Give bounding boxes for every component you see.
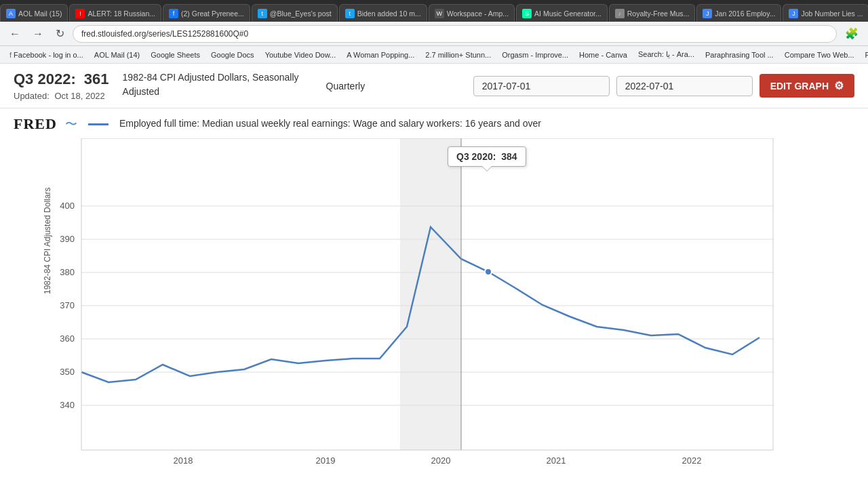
fred-logo-icon: 〜	[65, 116, 77, 132]
edit-graph-button[interactable]: EDIT GRAPH ⚙	[760, 74, 854, 98]
updated-info: Updated: Oct 18, 2022	[14, 91, 109, 101]
tab-blue-eyes[interactable]: t @Blue_Eyes's post	[252, 4, 338, 22]
latest-value-title: Q3 2022: 361	[14, 70, 109, 88]
tab-favicon-alert: !	[75, 9, 85, 18]
tab-biden[interactable]: t Biden added 10 m...	[339, 4, 427, 22]
extensions-button[interactable]: 🧩	[841, 26, 863, 41]
y-label-340: 340	[60, 400, 75, 410]
series-description: 1982-84 CPI Adjusted Dollars, Seasonally…	[123, 70, 299, 101]
bookmarks-bar: f Facebook - log in o... AOL Mail (14) G…	[0, 46, 868, 64]
y-axis-label: 1982-84 CPI Adjusted Dollars	[43, 188, 52, 294]
tab-favicon-j: J	[703, 9, 712, 18]
latest-value-label: Q3 2022:	[14, 70, 76, 87]
bookmark-millions[interactable]: 2.7 million+ Stunn...	[421, 49, 495, 60]
start-date-input[interactable]	[473, 76, 610, 96]
chart-svg-wrapper: Q3 2020: 384 340 350 360	[0, 138, 868, 477]
fred-logo: FRED	[14, 115, 57, 133]
tab-aol-mail[interactable]: A AOL Mail (15)	[0, 4, 68, 22]
tab-pyrenee[interactable]: f (2) Great Pyrenee...	[163, 4, 250, 22]
y-label-370: 370	[60, 300, 75, 310]
x-label-2022: 2022	[682, 455, 702, 466]
tab-favicon: A	[6, 9, 16, 18]
hover-dot	[485, 268, 492, 275]
tab-favicon-job: J	[789, 9, 798, 18]
back-button[interactable]: ←	[5, 26, 24, 41]
bookmark-canva[interactable]: Home - Canva	[575, 49, 631, 60]
updated-label: Updated:	[14, 91, 50, 101]
tab-favicon-music: ♪	[615, 9, 625, 18]
facebook-icon: f	[9, 51, 12, 59]
tab-workspace[interactable]: W Workspace - Amp...	[429, 4, 515, 22]
y-label-400: 400	[60, 201, 75, 211]
x-label-2019: 2019	[316, 455, 336, 466]
y-label-380: 380	[60, 267, 75, 277]
end-date-input[interactable]	[616, 76, 753, 96]
nav-bar: ← → ↻ 🧩	[0, 22, 868, 46]
tab-royalty[interactable]: ♪ Royalty-Free Mus...	[609, 4, 696, 22]
updated-date: Oct 18, 2022	[54, 91, 104, 101]
reload-button[interactable]: ↻	[52, 26, 68, 41]
series-line-color-swatch	[88, 123, 108, 125]
chart-svg: 340 350 360 370 380 390 400 1982-84 CPI …	[41, 138, 814, 477]
tab-alert[interactable]: ! ALERT: 18 Russian...	[69, 4, 161, 22]
y-label-360: 360	[60, 333, 75, 344]
tab-favicon-w: W	[435, 9, 444, 18]
y-label-350: 350	[60, 367, 75, 377]
info-bar: Q3 2022: 361 Updated: Oct 18, 2022 1982-…	[0, 64, 868, 108]
tab-favicon-twitter2: t	[345, 9, 355, 18]
bookmark-search[interactable]: Search: يا - Ara...	[634, 49, 698, 60]
bookmark-aol[interactable]: AOL Mail (14)	[90, 49, 144, 60]
bookmark-compare[interactable]: Compare Two Web...	[781, 49, 859, 60]
latest-value: 361	[84, 70, 109, 87]
x-label-2021: 2021	[547, 455, 566, 466]
edit-graph-label: EDIT GRAPH	[770, 81, 829, 92]
chart-container: FRED 〜 Employed full time: Median usual …	[0, 108, 868, 484]
chart-header: FRED 〜 Employed full time: Median usual …	[0, 115, 868, 138]
tab-favicon-twitter: t	[258, 9, 267, 18]
chart-title: Employed full time: Median usual weekly …	[119, 117, 854, 131]
date-inputs: EDIT GRAPH ⚙	[392, 70, 854, 101]
shaded-region	[400, 138, 461, 450]
tab-favicon-fb: f	[169, 9, 178, 18]
tab-ai-music[interactable]: S AI Music Generator...	[516, 4, 608, 22]
x-label-2018: 2018	[174, 455, 193, 466]
browser-chrome: A AOL Mail (15) ! ALERT: 18 Russian... f…	[0, 0, 868, 64]
tab-job[interactable]: J Job Number Lies ...	[783, 4, 868, 22]
series-frequency: Quarterly	[313, 70, 379, 101]
tab-jan2016[interactable]: J Jan 2016 Employ...	[696, 4, 781, 22]
bookmark-gdocs[interactable]: Google Docs	[207, 49, 258, 60]
forward-button[interactable]: →	[28, 26, 47, 41]
bookmark-paraphrase[interactable]: Paraphrasing Tool ...	[701, 49, 778, 60]
bookmark-orgasm[interactable]: Orgasm - Improve...	[498, 49, 572, 60]
bookmark-youtube[interactable]: Youtube Video Dow...	[261, 49, 340, 60]
tab-favicon-ai: S	[522, 9, 532, 18]
bookmark-facebook[interactable]: f Facebook - log in o...	[5, 49, 87, 60]
bookmark-tts[interactable]: Free Text-To-Spee...	[861, 49, 868, 60]
y-label-390: 390	[60, 234, 75, 244]
tab-bar: A AOL Mail (15) ! ALERT: 18 Russian... f…	[0, 0, 868, 22]
bookmark-gsheets[interactable]: Google Sheets	[146, 49, 204, 60]
page-content: Q3 2022: 361 Updated: Oct 18, 2022 1982-…	[0, 64, 868, 488]
address-bar[interactable]	[73, 25, 837, 43]
gear-icon: ⚙	[834, 79, 844, 92]
latest-value-section: Q3 2022: 361 Updated: Oct 18, 2022	[14, 70, 109, 101]
bookmark-woman[interactable]: A Woman Popping...	[342, 49, 418, 60]
x-label-2020: 2020	[431, 455, 451, 466]
